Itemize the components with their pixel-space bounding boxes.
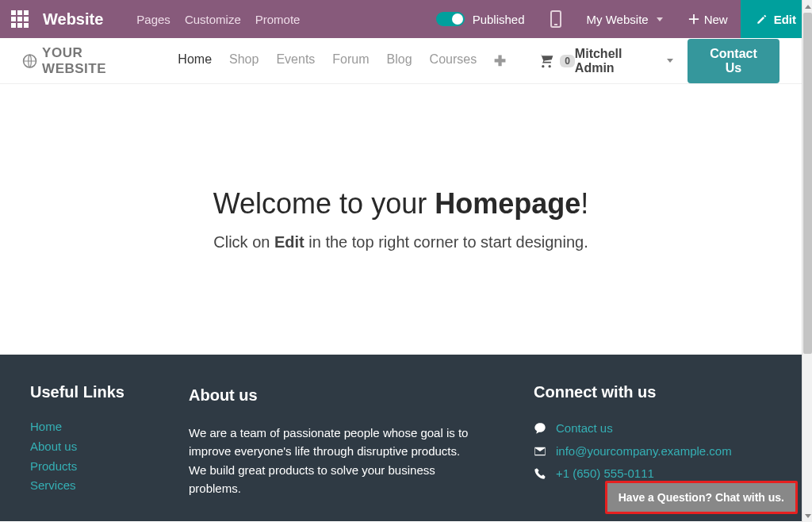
chevron-down-icon bbox=[657, 17, 663, 21]
user-name-label: Mitchell Admin bbox=[575, 47, 659, 75]
mobile-preview-button[interactable] bbox=[538, 0, 574, 38]
new-button[interactable]: New bbox=[676, 0, 741, 38]
pages-link[interactable]: Pages bbox=[136, 13, 170, 26]
edit-button-label: Edit bbox=[774, 13, 796, 26]
footer-link-about[interactable]: About us bbox=[30, 439, 77, 453]
hero-subtitle: Click on Edit in the top right corner to… bbox=[0, 233, 802, 251]
site-logo[interactable]: YOUR WEBSITE bbox=[22, 45, 146, 77]
nav-blog[interactable]: Blog bbox=[387, 52, 412, 70]
promote-link[interactable]: Promote bbox=[255, 13, 301, 26]
hero-title-prefix: Welcome to your bbox=[213, 187, 435, 220]
footer-about-text: We are a team of passionate people whose… bbox=[189, 424, 474, 497]
site-logo-text: YOUR WEBSITE bbox=[42, 45, 146, 77]
footer-connect-heading: Connect with us bbox=[534, 383, 772, 401]
nav-forum[interactable]: Forum bbox=[332, 52, 369, 70]
footer-link-services[interactable]: Services bbox=[30, 478, 76, 492]
hero-sub-strong: Edit bbox=[274, 233, 304, 251]
vertical-scrollbar[interactable] bbox=[802, 0, 812, 522]
scroll-down-arrow[interactable] bbox=[803, 510, 812, 521]
footer-link-home[interactable]: Home bbox=[30, 420, 62, 433]
globe-icon bbox=[22, 53, 37, 69]
admin-bar-right: Published My Website New Edit bbox=[423, 0, 812, 38]
hero-title: Welcome to your Homepage! bbox=[0, 187, 802, 221]
nav-right: Mitchell Admin Contact Us bbox=[575, 39, 779, 83]
hero: Welcome to your Homepage! Click on Edit … bbox=[0, 84, 802, 355]
hero-sub-suffix: in the top right corner to start designi… bbox=[304, 233, 588, 251]
hero-sub-prefix: Click on bbox=[213, 233, 274, 251]
cart-icon bbox=[538, 53, 555, 69]
footer-links-column: Useful Links Home About us Products Serv… bbox=[30, 383, 141, 521]
contact-us-button[interactable]: Contact Us bbox=[688, 39, 779, 83]
footer-contact-link[interactable]: Contact us bbox=[556, 417, 613, 440]
admin-bar-left: Website Pages Customize Promote bbox=[0, 10, 300, 29]
footer-link-products[interactable]: Products bbox=[30, 459, 77, 473]
hero-title-suffix: ! bbox=[580, 187, 588, 220]
nav-shop[interactable]: Shop bbox=[229, 52, 259, 70]
scroll-up-arrow[interactable] bbox=[803, 1, 812, 12]
customize-link[interactable]: Customize bbox=[185, 13, 241, 26]
footer-about-column: About us We are a team of passionate peo… bbox=[189, 383, 474, 521]
plus-icon bbox=[688, 13, 699, 25]
new-button-label: New bbox=[704, 13, 728, 26]
footer-connect-list: Contact us info@yourcompany.example.com … bbox=[534, 417, 772, 486]
nav-add-page[interactable]: ✚ bbox=[494, 52, 506, 70]
cart-button[interactable]: 0 bbox=[538, 53, 575, 69]
envelope-icon bbox=[534, 445, 546, 458]
published-group: Published bbox=[423, 0, 538, 38]
apps-grid-icon[interactable] bbox=[11, 10, 29, 28]
site-nav: YOUR WEBSITE Home Shop Events Forum Blog… bbox=[0, 38, 802, 84]
published-label: Published bbox=[473, 13, 525, 26]
pencil-icon bbox=[756, 13, 768, 25]
hero-title-strong: Homepage bbox=[435, 187, 580, 220]
nav-home[interactable]: Home bbox=[178, 52, 212, 70]
footer-email-link[interactable]: info@yourcompany.example.com bbox=[556, 440, 732, 463]
my-website-label: My Website bbox=[587, 13, 649, 26]
nav-items: Home Shop Events Forum Blog Courses ✚ bbox=[178, 52, 506, 70]
footer-links-heading: Useful Links bbox=[30, 383, 141, 401]
footer-links-list: Home About us Products Services bbox=[30, 417, 141, 496]
chat-widget[interactable]: Have a Question? Chat with us. bbox=[605, 481, 798, 514]
mobile-icon bbox=[550, 10, 561, 28]
chevron-down-icon bbox=[667, 59, 673, 63]
admin-bar: Website Pages Customize Promote Publishe… bbox=[0, 0, 812, 38]
footer-about-heading: About us bbox=[189, 383, 474, 408]
app-name[interactable]: Website bbox=[43, 10, 103, 29]
published-toggle[interactable] bbox=[436, 12, 465, 26]
cart-badge: 0 bbox=[560, 55, 575, 67]
user-dropdown[interactable]: Mitchell Admin bbox=[575, 47, 673, 75]
nav-courses[interactable]: Courses bbox=[430, 52, 477, 70]
nav-events[interactable]: Events bbox=[276, 52, 315, 70]
my-website-dropdown[interactable]: My Website bbox=[574, 0, 676, 38]
scroll-thumb[interactable] bbox=[803, 13, 812, 354]
speech-bubble-icon bbox=[534, 422, 546, 435]
phone-icon bbox=[534, 467, 546, 480]
